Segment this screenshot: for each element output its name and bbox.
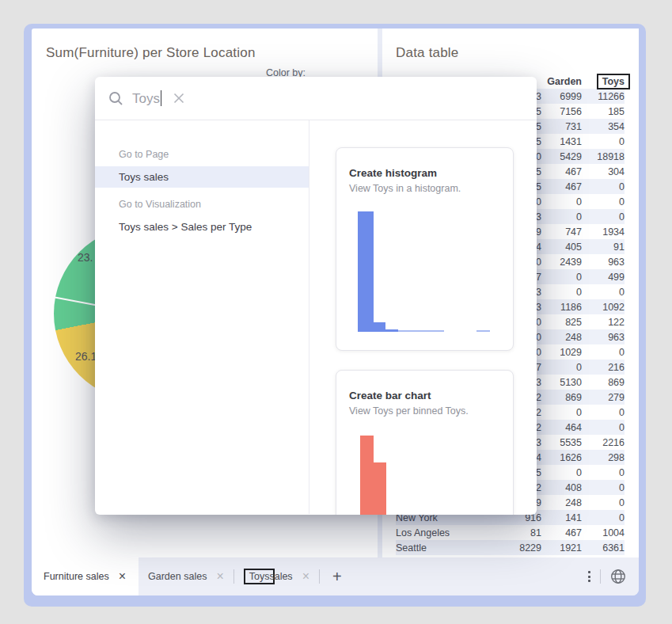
table-cell: 0 [541,196,582,207]
table-cell: 0 [582,211,625,223]
results-section-header: Go to Visualization [95,199,309,216]
page-tab-bar: Furniture sales × Garden sales × Toyssal… [32,557,639,595]
search-results-area: Go to Page Toys sales Go to Visualizatio… [95,120,537,514]
table-cell: 499 [582,272,625,283]
table-cell: 6999 [541,91,582,102]
table-cell: 0 [582,136,625,147]
text-caret [161,90,162,106]
table-cell: 5429 [541,151,582,162]
tab-label-rest: sales [269,571,292,582]
table-cell: 825 [541,317,582,328]
table-cell: 1626 [541,452,582,463]
table-cell: 2216 [582,437,625,448]
table-cell: 869 [541,392,582,403]
table-cell: 0 [582,196,625,207]
histogram-bar [398,330,444,332]
card-title: Create histogram [349,167,500,179]
close-icon[interactable]: × [119,570,126,583]
add-page-button[interactable]: + [320,569,355,584]
table-cell: 0 [582,287,625,298]
tab-toys-sales[interactable]: Toyssales × [234,557,319,595]
close-icon[interactable]: × [302,570,309,583]
column-header-garden[interactable]: Garden [541,76,582,87]
table-cell: 1186 [541,302,582,313]
tab-label: Furniture sales [44,571,109,582]
table-cell: 18918 [582,151,625,162]
table-cell: 0 [582,512,625,523]
card-subtitle: View Toys in a histogram. [349,183,500,194]
table-cell: 0 [582,497,625,508]
pie-slice-label: 26.1 [75,350,97,363]
dashboard-area: Sum(Furniture) per Store Location Color … [32,29,639,595]
table-cell: 6361 [582,542,625,554]
table-cell: 216 [582,362,625,373]
tab-garden-sales[interactable]: Garden sales × [139,557,233,595]
histogram-bar [476,330,490,332]
table-cell: 467 [541,527,582,538]
table-cell: 747 [541,226,582,238]
create-histogram-card[interactable]: Create histogram View Toys in a histogra… [336,147,514,351]
tab-label: Garden sales [148,571,207,582]
kebab-menu-icon[interactable] [579,571,600,582]
table-cell: 11266 [582,91,625,102]
table-cell: 8229 [514,542,541,554]
table-cell: 1934 [582,226,625,238]
close-icon[interactable]: × [216,570,223,583]
globe-icon[interactable] [610,569,626,584]
table-cell: 1921 [541,542,582,554]
table-cell: 0 [541,272,582,283]
table-cell: 7156 [541,106,582,117]
clear-search-icon[interactable] [173,92,185,105]
search-overlay: Toys Go to Page Toys sales Go to Visuali… [95,77,537,515]
pie-panel-title: Sum(Furniture) per Store Location [32,29,378,61]
table-cell: 1029 [541,347,582,358]
table-cell: 1004 [582,527,625,538]
result-item-toys-sales[interactable]: Toys sales [95,166,309,188]
table-cell: 122 [582,317,625,328]
histogram-preview [336,205,513,332]
table-cell: 0 [541,287,582,298]
card-title: Create bar chart [349,390,500,401]
table-cell: 0 [582,467,625,478]
tab-bar-spacer [355,557,579,595]
search-icon [108,91,123,106]
table-cell: 869 [582,377,625,388]
table-cell: 408 [541,482,582,493]
table-cell: 1092 [582,302,625,313]
table-cell: 5535 [541,437,582,448]
tab-furniture-sales[interactable]: Furniture sales × [32,557,139,595]
table-cell: 1431 [541,136,582,147]
table-cell: Seattle [396,542,514,554]
table-cell: 279 [582,392,625,403]
table-cell: 464 [541,422,582,433]
search-match-box: Toys [597,74,630,89]
search-input[interactable]: Toys [132,90,161,107]
table-cell: 298 [582,452,625,463]
table-cell: 0 [582,482,625,493]
bar-bar [374,462,386,515]
table-cell: 963 [582,332,625,343]
table-cell: 0 [541,362,582,373]
table-cell: 5130 [541,377,582,388]
app-frame: Sum(Furniture) per Store Location Color … [24,24,646,607]
bar-chart-preview [336,436,513,515]
table-cell: 0 [582,347,625,358]
table-cell: 81 [514,527,541,538]
table-cell: 0 [582,422,625,433]
table-cell: 2439 [541,257,582,268]
table-cell: 0 [582,407,625,418]
table-cell: 467 [541,166,582,177]
table-cell: 354 [582,121,625,132]
table-cell: 248 [541,497,582,508]
table-cell: 0 [582,181,625,192]
table-cell: 467 [541,181,582,192]
table-row: Seattle822919216361 [396,540,625,555]
card-subtitle: View Toys per binned Toys. [349,405,500,417]
table-cell: 91 [582,242,625,253]
create-bar-chart-card[interactable]: Create bar chart View Toys per binned To… [336,370,514,515]
column-header-toys[interactable]: Toys [582,74,625,89]
search-bar: Toys [95,77,537,120]
result-item-toys-sales-per-type[interactable]: Toys sales > Sales per Type [95,216,309,238]
table-cell: 185 [582,106,625,117]
table-cell: 0 [541,211,582,223]
